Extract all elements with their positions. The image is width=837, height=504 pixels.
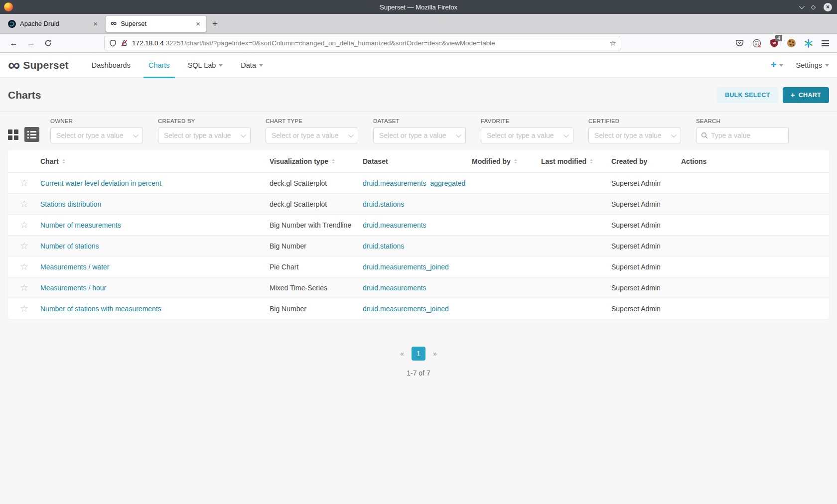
forward-button[interactable]: → <box>22 38 40 48</box>
filter-label: CHART TYPE <box>266 118 358 124</box>
favorite-star-icon[interactable]: ☆ <box>20 304 28 313</box>
tab-bar: Apache Druid × ∞ Superset × + <box>0 14 837 34</box>
created-by-cell: Superset Admin <box>611 242 681 250</box>
tab-apache-druid[interactable]: Apache Druid × <box>3 16 104 32</box>
dataset-link[interactable]: druid.measurements_joined <box>363 305 449 313</box>
window-maximize-icon[interactable]: ◇ <box>811 4 816 10</box>
nav-item-charts[interactable]: Charts <box>140 53 179 77</box>
add-chart-button[interactable]: + CHART <box>783 87 829 103</box>
chart-link[interactable]: Stations distribution <box>40 200 101 208</box>
asterisk-extension-icon[interactable] <box>804 39 813 48</box>
owner-select[interactable]: Select or type a value <box>50 127 143 143</box>
column-header-chart[interactable]: Chart <box>40 157 270 165</box>
favorite-star-icon[interactable]: ☆ <box>20 241 28 251</box>
bookmark-star-icon[interactable]: ☆ <box>610 39 616 48</box>
privacy-extension-button[interactable]: ✕ <box>752 39 761 48</box>
column-header-visualization-type[interactable]: Visualization type <box>270 157 363 165</box>
chart-link[interactable]: Measurements / hour <box>40 284 106 292</box>
current-page-button[interactable]: 1 <box>412 347 425 361</box>
list-view-button[interactable] <box>24 127 39 142</box>
column-header-actions: Actions <box>681 157 829 165</box>
reload-button[interactable] <box>40 39 56 47</box>
favorite-star-icon[interactable]: ☆ <box>20 178 28 188</box>
next-page-button[interactable]: » <box>430 350 440 358</box>
chart-link[interactable]: Measurements / water <box>40 263 110 271</box>
select-placeholder: Select or type a value <box>56 131 130 139</box>
window-close-icon[interactable]: × <box>824 3 832 11</box>
column-label: Dataset <box>363 157 388 165</box>
chevron-down-icon <box>259 64 263 67</box>
filter-owner: OWNER Select or type a value <box>50 118 143 143</box>
dataset-link[interactable]: druid.measurements <box>363 284 426 292</box>
dataset-link[interactable]: druid.measurements_joined <box>363 263 449 271</box>
nav-item-dashboards[interactable]: Dashboards <box>83 53 140 77</box>
druid-favicon <box>8 20 16 28</box>
card-view-button[interactable] <box>8 129 18 140</box>
settings-menu-button[interactable]: Settings <box>796 61 829 69</box>
chart-link[interactable]: Current water level deviation in percent <box>40 179 161 187</box>
column-header-modified-by[interactable]: Modified by <box>472 157 541 165</box>
charts-table: Chart Visualization type Dataset Modifie… <box>8 150 829 319</box>
bulk-select-button[interactable]: BULK SELECT <box>717 87 778 103</box>
favorite-select[interactable]: Select or type a value <box>481 127 573 143</box>
table-row: ☆ Measurements / water Pie Chart druid.m… <box>8 256 829 277</box>
tab-close-icon[interactable]: × <box>195 19 201 28</box>
nav-item-sql-lab[interactable]: SQL Lab <box>179 53 232 77</box>
cookie-extension-icon[interactable] <box>787 39 796 47</box>
filter-label: DATASET <box>373 118 466 124</box>
favorite-star-icon[interactable]: ☆ <box>20 199 28 209</box>
column-header-dataset: Dataset <box>363 157 472 165</box>
dataset-link[interactable]: druid.measurements_aggregated <box>363 179 465 187</box>
column-header-last-modified[interactable]: Last modified <box>541 157 611 165</box>
url-text: 172.18.0.4:32251/chart/list/?pageIndex=0… <box>132 39 606 47</box>
table-row: ☆ Stations distribution deck.gl Scatterp… <box>8 193 829 214</box>
dataset-select[interactable]: Select or type a value <box>373 127 466 143</box>
chart-link[interactable]: Number of stations <box>40 242 99 250</box>
column-label: Chart <box>40 157 59 165</box>
tracking-shield-icon[interactable] <box>109 39 117 47</box>
created-by-select[interactable]: Select or type a value <box>158 127 251 143</box>
filter-created-by: CREATED BY Select or type a value <box>158 118 251 143</box>
nav-item-label: Charts <box>148 61 170 69</box>
url-host: 172.18.0.4 <box>132 39 164 47</box>
certified-select[interactable]: Select or type a value <box>588 127 681 143</box>
new-item-menu-button[interactable]: + <box>771 59 783 71</box>
window-minimize-icon[interactable] <box>799 3 805 9</box>
filter-bar: OWNER Select or type a value CREATED BY … <box>0 112 837 150</box>
pocket-icon[interactable] <box>735 39 744 47</box>
filter-dataset: DATASET Select or type a value <box>373 118 466 143</box>
dataset-link[interactable]: druid.stations <box>363 242 404 250</box>
chart-link[interactable]: Number of stations with measurements <box>40 305 161 313</box>
settings-label: Settings <box>796 61 822 69</box>
adblock-extension-button[interactable]: w 4 <box>770 38 779 48</box>
chart-link[interactable]: Number of measurements <box>40 221 121 229</box>
sort-icon <box>62 159 65 164</box>
favorite-star-icon[interactable]: ☆ <box>20 262 28 271</box>
url-bar[interactable]: 172.18.0.4:32251/chart/list/?pageIndex=0… <box>104 36 621 50</box>
superset-logo[interactable]: ∞ Superset <box>8 53 69 77</box>
column-label: Visualization type <box>270 157 328 165</box>
back-button[interactable]: ← <box>5 38 22 48</box>
select-placeholder: Select or type a value <box>487 131 560 139</box>
prev-page-button[interactable]: « <box>397 350 407 358</box>
chevron-down-icon <box>133 132 139 137</box>
tab-superset[interactable]: ∞ Superset × <box>106 16 206 32</box>
plus-icon: + <box>771 59 777 71</box>
chevron-down-icon <box>348 132 354 137</box>
favorite-star-icon[interactable]: ☆ <box>20 220 28 230</box>
dataset-link[interactable]: druid.stations <box>363 200 404 208</box>
insecure-lock-icon[interactable] <box>121 39 128 47</box>
menu-button[interactable] <box>822 40 829 46</box>
new-tab-button[interactable]: + <box>212 18 218 29</box>
chart-type-select[interactable]: Select or type a value <box>266 127 358 143</box>
nav-item-label: SQL Lab <box>188 61 216 69</box>
add-chart-label: CHART <box>799 92 821 99</box>
dataset-link[interactable]: druid.measurements <box>363 221 426 229</box>
nav-item-data[interactable]: Data <box>232 53 272 77</box>
chevron-down-icon <box>779 64 783 67</box>
tab-close-icon[interactable]: × <box>92 19 99 28</box>
chevron-down-icon <box>563 132 569 137</box>
favorite-star-icon[interactable]: ☆ <box>20 283 28 292</box>
created-by-cell: Superset Admin <box>611 305 681 313</box>
search-input[interactable] <box>711 131 784 139</box>
